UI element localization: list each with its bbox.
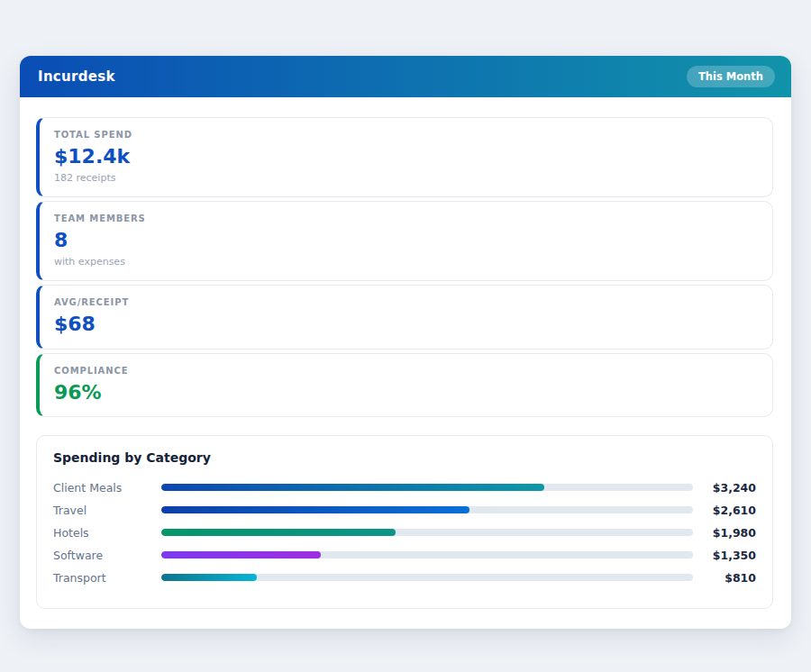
chart-rows: Client Meals $3,240 Travel $2,610 Hotels… bbox=[53, 477, 756, 589]
category-label: Client Meals bbox=[53, 481, 161, 495]
stat-subtitle: with expenses bbox=[54, 256, 756, 268]
category-label: Software bbox=[53, 549, 161, 562]
incurdesk-app-window: Incurdesk This Month TOTAL SPEND $12.4k … bbox=[20, 56, 791, 629]
chart-row-travel: Travel $2,610 bbox=[53, 499, 756, 522]
stat-subtitle: 182 receipts bbox=[54, 172, 756, 184]
chart-row-software: Software $1,350 bbox=[53, 544, 756, 567]
stat-card-avg-receipt: AVG/RECEIPT $68 bbox=[36, 285, 773, 349]
bar-fill bbox=[161, 484, 544, 491]
stat-value: 8 bbox=[54, 230, 756, 251]
category-value: $1,980 bbox=[693, 526, 756, 540]
chart-title: Spending by Category bbox=[53, 450, 756, 465]
stats-list: TOTAL SPEND $12.4k 182 receipts TEAM MEM… bbox=[36, 117, 773, 417]
bar-fill bbox=[161, 551, 321, 558]
category-value: $810 bbox=[693, 571, 756, 585]
category-value: $2,610 bbox=[693, 504, 756, 517]
period-badge[interactable]: This Month bbox=[687, 66, 775, 87]
stat-label: COMPLIANCE bbox=[54, 366, 756, 376]
app-header: Incurdesk This Month bbox=[20, 56, 791, 97]
bar-track bbox=[161, 574, 693, 581]
stat-label: TEAM MEMBERS bbox=[54, 213, 756, 223]
chart-row-transport: Transport $810 bbox=[53, 567, 756, 589]
stat-card-total-spend: TOTAL SPEND $12.4k 182 receipts bbox=[36, 117, 773, 197]
app-title: Incurdesk bbox=[38, 68, 115, 85]
stat-value: $12.4k bbox=[54, 146, 756, 168]
category-label: Hotels bbox=[53, 526, 161, 540]
stat-label: TOTAL SPEND bbox=[54, 130, 756, 140]
stat-card-team-members: TEAM MEMBERS 8 with expenses bbox=[36, 201, 773, 281]
bar-track bbox=[161, 551, 693, 558]
stat-value: $68 bbox=[54, 313, 756, 335]
bar-track bbox=[161, 484, 693, 491]
bar-track bbox=[161, 529, 693, 536]
category-label: Travel bbox=[53, 504, 161, 517]
spending-chart-card: Spending by Category Client Meals $3,240… bbox=[36, 435, 773, 609]
stat-card-compliance: COMPLIANCE 96% bbox=[36, 353, 773, 417]
category-value: $1,350 bbox=[693, 549, 756, 562]
bar-fill bbox=[161, 529, 396, 536]
chart-row-client-meals: Client Meals $3,240 bbox=[53, 477, 756, 499]
bar-fill bbox=[161, 574, 257, 581]
stat-value: 96% bbox=[54, 382, 756, 404]
bar-track bbox=[161, 506, 693, 513]
category-value: $3,240 bbox=[693, 481, 756, 495]
chart-row-hotels: Hotels $1,980 bbox=[53, 522, 756, 544]
category-label: Transport bbox=[53, 571, 161, 585]
main-content: TOTAL SPEND $12.4k 182 receipts TEAM MEM… bbox=[20, 97, 791, 629]
stat-label: AVG/RECEIPT bbox=[54, 297, 756, 307]
bar-fill bbox=[161, 506, 469, 513]
